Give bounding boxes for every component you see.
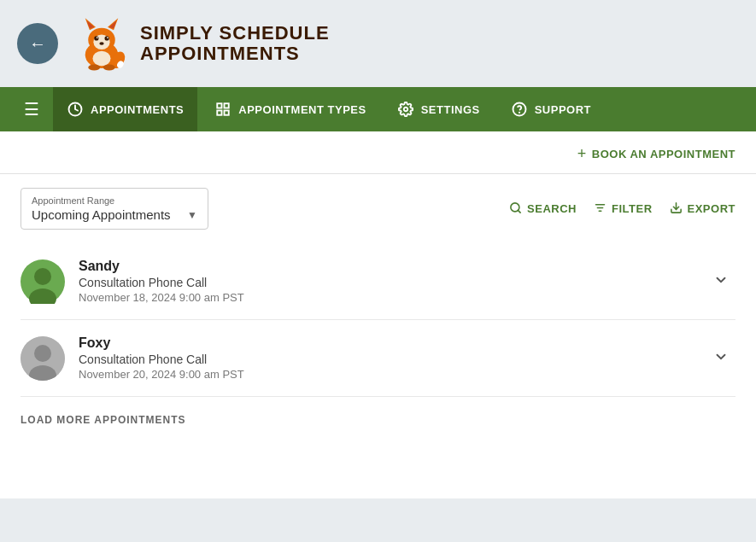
svg-point-12 [93, 51, 111, 67]
nav-support-label: SUPPORT [535, 103, 591, 116]
search-label: SEARCH [527, 202, 577, 215]
nav-appointments-label: APPOINTMENTS [91, 103, 184, 116]
export-icon [670, 201, 683, 217]
svg-point-35 [34, 345, 51, 362]
nav-item-settings[interactable]: SETTINGS [384, 87, 494, 131]
avatar [21, 336, 65, 381]
svg-rect-20 [218, 111, 222, 115]
filter-actions: SEARCH FILTER [509, 201, 735, 217]
logo-area: SIMPLY SCHEDULE APPOINTMENTS [72, 14, 330, 73]
range-text: Upcoming Appointments [32, 207, 171, 222]
grid-icon [214, 101, 231, 118]
nav-appt-types-label: APPOINTMENT TYPES [238, 103, 366, 116]
action-row: + BOOK AN APPOINTMENT [0, 131, 756, 174]
brand-line1: SIMPLY SCHEDULE [140, 23, 330, 44]
filter-label: FILTER [612, 202, 653, 215]
range-value: Upcoming Appointments ▼ [32, 207, 197, 222]
plus-icon: + [577, 145, 587, 163]
load-more-button[interactable]: LOAD MORE APPOINTMENTS [0, 397, 756, 443]
nav-settings-label: SETTINGS [421, 103, 480, 116]
brand-text: SIMPLY SCHEDULE APPOINTMENTS [140, 23, 330, 64]
book-appointment-button[interactable]: + BOOK AN APPOINTMENT [577, 145, 735, 163]
appt-details: Foxy Consultation Phone Call November 20… [79, 335, 693, 381]
appt-time: November 20, 2024 9:00 am PST [79, 368, 693, 381]
appt-type: Consultation Phone Call [79, 353, 693, 366]
search-button[interactable]: SEARCH [509, 201, 577, 217]
nav-item-appointments[interactable]: APPOINTMENTS [53, 87, 197, 131]
appt-time: November 18, 2024 9:00 am PST [79, 291, 693, 304]
svg-point-9 [97, 37, 98, 38]
clock-icon [67, 101, 84, 118]
filter-button[interactable]: FILTER [594, 201, 653, 217]
svg-point-22 [403, 108, 407, 112]
fox-logo [72, 14, 132, 73]
gear-icon [397, 101, 414, 118]
appointment-range-select[interactable]: Appointment Range Upcoming Appointments … [21, 188, 208, 230]
svg-point-7 [94, 36, 98, 40]
nav-item-appointment-types[interactable]: APPOINTMENT TYPES [201, 87, 379, 131]
main-content: + BOOK AN APPOINTMENT Appointment Range … [0, 131, 756, 498]
table-row: Foxy Consultation Phone Call November 20… [21, 320, 735, 397]
nav-item-support[interactable]: SUPPORT [497, 87, 605, 131]
table-row: Sandy Consultation Phone Call November 1… [21, 243, 735, 320]
appt-name: Foxy [79, 335, 693, 351]
dropdown-arrow-icon: ▼ [187, 209, 197, 221]
appt-name: Sandy [79, 259, 693, 274]
export-button[interactable]: EXPORT [670, 201, 735, 217]
svg-rect-21 [225, 111, 229, 115]
avatar [21, 259, 65, 304]
svg-point-15 [88, 65, 100, 71]
expand-button[interactable] [706, 342, 735, 375]
book-label: BOOK AN APPOINTMENT [592, 148, 735, 160]
search-icon [509, 201, 522, 217]
hamburger-icon: ☰ [24, 99, 39, 119]
range-label: Appointment Range [32, 195, 197, 206]
nav-bar: ☰ APPOINTMENTS APPOINTMENT TYPES [0, 87, 756, 131]
appt-type: Consultation Phone Call [79, 276, 693, 289]
svg-rect-19 [225, 103, 229, 108]
svg-point-16 [103, 65, 115, 71]
expand-button[interactable] [706, 265, 735, 298]
appointments-list: Sandy Consultation Phone Call November 1… [0, 243, 756, 397]
svg-point-11 [99, 42, 103, 45]
hamburger-menu[interactable]: ☰ [14, 92, 50, 126]
question-icon [511, 101, 528, 118]
svg-rect-18 [218, 103, 222, 108]
brand-line2: APPOINTMENTS [140, 44, 330, 64]
filter-row: Appointment Range Upcoming Appointments … [0, 174, 756, 243]
svg-point-10 [107, 37, 108, 38]
back-button[interactable]: ← [17, 23, 58, 64]
appt-details: Sandy Consultation Phone Call November 1… [79, 259, 693, 304]
svg-line-26 [519, 210, 521, 213]
filter-icon [594, 201, 607, 217]
top-bar: ← [0, 0, 756, 87]
export-label: EXPORT [688, 202, 735, 215]
svg-point-8 [105, 36, 109, 40]
svg-point-32 [34, 268, 51, 285]
